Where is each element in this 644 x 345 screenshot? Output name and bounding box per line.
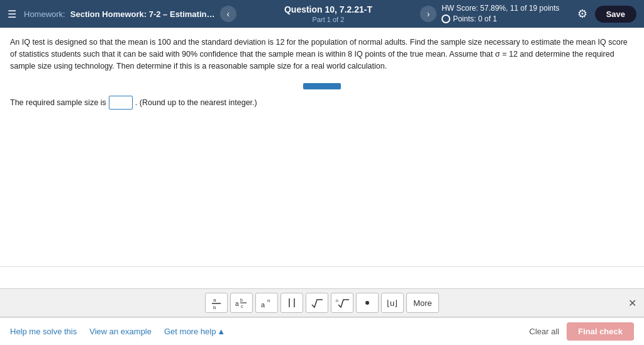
answer-area: The required sample size is . (Round up … [10,96,634,110]
settings-button[interactable]: ⚙ [575,4,590,23]
prev-question-button[interactable]: ‹ [220,6,236,22]
answer-prefix: The required sample size is [10,98,106,107]
question-part: Part 1 of 2 [313,15,345,24]
answer-suffix: . (Round up to the nearest integer.) [135,98,257,107]
main-content: An IQ test is designed so that the mean … [0,28,644,267]
question-name: Question 10, 7.2.21-T [284,4,372,15]
points-circle-icon [441,14,450,23]
next-question-button[interactable]: › [420,6,436,22]
points-label: Points: 0 of 1 [441,14,497,25]
formula-bar [303,83,341,89]
header: ☰ Homework: Section Homework: 7-2 – Esti… [0,0,644,28]
menu-icon[interactable]: ☰ [8,8,16,20]
homework-label: Homework: [24,9,65,19]
save-button[interactable]: Save [595,6,636,23]
question-text: An IQ test is designed so that the mean … [10,37,634,72]
sample-size-input[interactable] [109,96,133,110]
hw-score: HW Score: 57.89%, 11 of 19 points [441,3,559,14]
score-info: HW Score: 57.89%, 11 of 19 points Points… [441,3,559,25]
question-info: Question 10, 7.2.21-T Part 1 of 2 [242,4,415,24]
section-title: Section Homework: 7-2 – Estimating a Pop… [70,9,215,19]
